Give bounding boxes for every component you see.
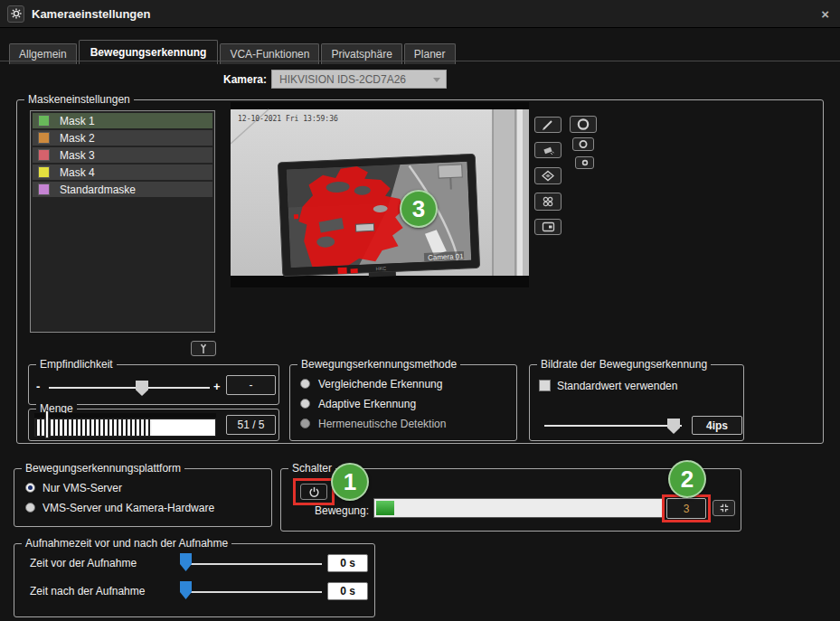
sensitivity-value: - (226, 375, 276, 395)
camera-settings-dialog: Kameraeinstellungen × Allgemein Bewegung… (0, 0, 840, 621)
mask-name: Standardmaske (60, 183, 136, 196)
amount-meter-track (34, 413, 216, 418)
brush-size-small-button[interactable] (575, 156, 594, 169)
mask-color-swatch (38, 149, 50, 161)
radio-label: Hermeneutische Detektion (318, 418, 446, 430)
brush-medium-icon (578, 139, 589, 149)
recording-time-group: Aufnahmezeit vor und nach der Aufnahme (14, 543, 375, 617)
sensitivity-plus-label: + (213, 380, 221, 393)
brush-size-medium-button[interactable] (572, 137, 594, 151)
motion-label: Bewegung: (307, 504, 369, 517)
mask-list-item-2[interactable]: Mask 2 (33, 130, 212, 146)
radio-vergleichende-erkennung[interactable] (300, 379, 310, 389)
radio-vms-und-kamera[interactable] (25, 503, 35, 513)
mask-color-swatch (38, 183, 50, 195)
fill-region-button[interactable] (534, 167, 562, 184)
gear-icon (7, 5, 24, 23)
pre-record-slider-track[interactable] (184, 563, 322, 565)
motion-level-bar (373, 498, 663, 518)
radio-label: VMS-Server und Kamera-Hardware (42, 502, 214, 514)
power-icon (308, 486, 320, 498)
fit-screen-icon (542, 221, 555, 232)
mask-color-swatch (38, 132, 50, 144)
pattern-icon (542, 195, 554, 208)
mask-settings-legend: Maskeneinstellungen (24, 93, 134, 106)
brush-large-icon (576, 118, 590, 131)
brush-size-large-button[interactable] (570, 116, 597, 133)
pre-record-label: Zeit vor der Aufnahme (30, 557, 137, 569)
framerate-slider-track[interactable] (544, 425, 682, 427)
wrench-icon (198, 343, 209, 354)
framerate-value: 4ips (692, 416, 742, 435)
tab-divider (0, 61, 840, 61)
preview-timestamp: 12-10-2021 Fri 13:59:36 (238, 115, 338, 123)
radio-nur-vms-server[interactable] (25, 483, 35, 493)
motion-level-value: 3 (666, 498, 706, 519)
mask-list-item-default[interactable]: Standardmaske (33, 182, 212, 197)
pencil-icon (542, 119, 554, 130)
preview-camera-label: Camera 01 (428, 252, 464, 262)
camera-dropdown[interactable]: HIKVISION IDS-2CD7A26 (271, 70, 447, 89)
mask-name: Mask 2 (60, 132, 95, 145)
monitor-brand-label: HKC (375, 266, 386, 272)
framerate-legend: Bildrate der Bewegungserkennung (537, 358, 711, 371)
camera-dropdown-value: HIKVISION IDS-2CD7A26 (279, 73, 406, 86)
amount-meter-fill (35, 419, 152, 436)
amount-meter[interactable] (34, 419, 216, 437)
fill-region-icon (542, 170, 554, 182)
detection-method-legend: Bewegungserkennungsmethode (297, 358, 460, 371)
mask-name: Mask 1 (60, 115, 95, 127)
camera-preview-canvas[interactable]: Camera 01 HKC 12-10-2021 Fri 13:59:36 (231, 102, 529, 287)
sensitivity-minus-label: - (36, 380, 40, 393)
sensitivity-slider-track[interactable] (49, 387, 210, 389)
use-default-checkbox[interactable] (539, 380, 551, 391)
title-bar: Kameraeinstellungen × (0, 0, 840, 28)
monitor: Camera 01 HKC (278, 154, 480, 280)
pre-record-value: 0 s (327, 554, 368, 572)
mask-color-swatch (38, 115, 50, 127)
eraser-icon (542, 145, 554, 155)
radio-label: Vergleichende Erkennung (318, 378, 442, 390)
amount-slider-handle[interactable] (45, 410, 49, 438)
platform-legend: Bewegungserkennungsplattform (22, 462, 184, 475)
radio-label: Adaptive Erkennung (318, 398, 416, 410)
compress-button[interactable] (713, 500, 735, 516)
platform-group: Bewegungserkennungsplattform (14, 468, 272, 527)
close-icon[interactable]: × (817, 6, 833, 22)
motion-power-toggle[interactable] (300, 484, 327, 500)
callout-2-badge: 2 (668, 460, 706, 498)
pattern-button[interactable] (534, 193, 562, 211)
mask-list: Mask 1 Mask 2 Mask 3 Mask 4 Standardmask… (30, 110, 215, 333)
motion-level-fill (376, 501, 394, 515)
mask-list-item-3[interactable]: Mask 3 (33, 147, 212, 163)
mask-name: Mask 3 (60, 149, 95, 162)
radio-hermeneutische-detektion[interactable] (300, 419, 310, 428)
radio-label: Nur VMS-Server (42, 482, 122, 494)
fit-screen-button[interactable] (534, 219, 562, 235)
window-title: Kameraeinstellungen (32, 7, 151, 21)
switch-legend: Schalter (288, 462, 335, 475)
use-default-label: Standardwert verwenden (557, 380, 677, 392)
recording-time-legend: Aufnahmezeit vor und nach der Aufnahme (22, 537, 231, 550)
erase-button[interactable] (534, 142, 562, 158)
amount-value: 51 / 5 (226, 415, 276, 435)
callout-3-badge: 3 (400, 190, 438, 228)
mask-list-item-4[interactable]: Mask 4 (33, 165, 212, 180)
post-record-slider-track[interactable] (184, 591, 322, 593)
mask-color-swatch (38, 166, 50, 178)
sensitivity-legend: Empfindlichkeit (36, 358, 117, 371)
camera-label: Kamera: (172, 73, 267, 86)
mask-list-item-1[interactable]: Mask 1 (33, 113, 212, 128)
mask-tool-button[interactable] (191, 341, 216, 356)
radio-adaptive-erkennung[interactable] (300, 399, 310, 409)
chevron-down-icon (433, 78, 440, 82)
compress-arrows-icon (719, 503, 730, 513)
post-record-value: 0 s (327, 582, 368, 600)
post-record-label: Zeit nach der Aufnahme (30, 585, 145, 597)
brush-small-icon (580, 158, 590, 167)
mask-name: Mask 4 (60, 166, 95, 179)
callout-1-badge: 1 (331, 463, 369, 501)
draw-pencil-button[interactable] (534, 117, 562, 133)
